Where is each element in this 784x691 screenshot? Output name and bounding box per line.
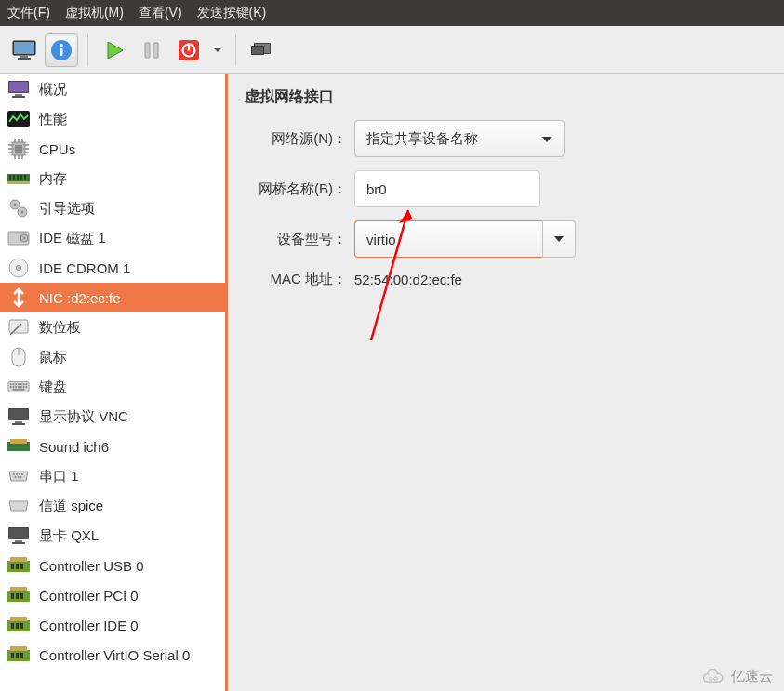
sidebar-item-label: Controller VirtIO Serial 0: [39, 647, 190, 663]
sidebar-item-video[interactable]: 显卡 QXL: [0, 521, 225, 551]
svg-rect-86: [15, 540, 22, 542]
sidebar-item-serial[interactable]: 串口 1: [0, 461, 225, 491]
mac-address-label: MAC 地址：: [245, 271, 347, 288]
sidebar-item-memory[interactable]: 内存: [0, 164, 225, 193]
sidebar-item-cpus[interactable]: CPUs: [0, 134, 225, 164]
sidebar-item-performance[interactable]: 性能: [0, 104, 225, 134]
mac-address-value: 52:54:00:d2:ec:fe: [354, 272, 462, 287]
sidebar-item-label: 显示协议 VNC: [39, 408, 128, 426]
keyboard-icon: [7, 377, 30, 397]
svg-point-80: [21, 473, 23, 475]
sidebar-item-disk1[interactable]: IDE 磁盘 1: [0, 223, 225, 253]
sidebar-item-label: Sound ich6: [39, 439, 109, 455]
main-panel: 虚拟网络接口 网络源(N)： 指定共享设备名称 网桥名称(B)： 设备型号： v…: [228, 74, 784, 691]
svg-rect-58: [15, 383, 17, 385]
svg-rect-18: [15, 94, 22, 96]
sidebar-item-boot[interactable]: 引导选项: [0, 193, 225, 223]
details-button[interactable]: [45, 33, 78, 67]
poweroff-button[interactable]: [172, 33, 206, 67]
sidebar-item-tablet[interactable]: 数位板: [0, 312, 225, 342]
bridge-name-input[interactable]: [354, 170, 540, 207]
sidebar-item-ctrl-pci[interactable]: Controller PCI 0: [0, 580, 225, 610]
svg-rect-105: [11, 653, 14, 658]
sidebar-item-label: 键盘: [39, 379, 67, 396]
memory-icon: [7, 168, 30, 189]
fullscreen-button[interactable]: [246, 33, 279, 67]
watermark: 亿速云: [701, 668, 773, 685]
sidebar-item-nic[interactable]: NIC :d2:ec:fe: [0, 283, 225, 312]
device-model-label: 设备型号：: [245, 231, 347, 248]
poweroff-menu-arrow[interactable]: [209, 46, 226, 55]
menu-view[interactable]: 查看(V): [139, 5, 182, 21]
toolbar: [0, 26, 784, 74]
network-source-combo[interactable]: 指定共享设备名称: [354, 120, 565, 157]
svg-point-82: [18, 476, 20, 478]
svg-rect-17: [9, 82, 28, 92]
svg-point-79: [19, 473, 20, 475]
disk-icon: [7, 228, 30, 248]
svg-point-45: [21, 211, 24, 214]
tablet-icon: [7, 317, 30, 338]
sidebar-item-channel[interactable]: 信道 spice: [0, 491, 225, 521]
svg-rect-100: [11, 623, 14, 629]
svg-rect-76: [10, 439, 27, 444]
svg-rect-56: [10, 383, 12, 385]
svg-rect-97: [20, 593, 23, 599]
sidebar-item-overview[interactable]: 概况: [0, 74, 225, 104]
svg-rect-89: [10, 557, 27, 562]
svg-rect-96: [16, 593, 19, 599]
sidebar-item-ctrl-ide[interactable]: Controller IDE 0: [0, 610, 225, 640]
sidebar-item-label: 引导选项: [39, 200, 95, 218]
sidebar-item-label: Controller IDE 0: [39, 618, 139, 633]
sidebar-item-ctrl-usb[interactable]: Controller USB 0: [0, 551, 225, 580]
sidebar-item-sound[interactable]: Sound ich6: [0, 432, 225, 461]
sidebar-item-label: Controller USB 0: [39, 558, 144, 574]
svg-rect-40: [24, 175, 26, 180]
svg-rect-68: [23, 386, 25, 388]
console-button[interactable]: [7, 33, 41, 67]
svg-rect-41: [7, 181, 30, 184]
svg-point-78: [16, 473, 18, 475]
controller-icon: [7, 644, 30, 665]
svg-rect-102: [20, 623, 23, 629]
menu-vm[interactable]: 虚拟机(M): [65, 5, 124, 21]
sidebar-item-keyboard[interactable]: 键盘: [0, 372, 225, 402]
svg-rect-2: [20, 56, 28, 58]
run-button[interactable]: [98, 33, 131, 67]
svg-rect-106: [16, 653, 19, 658]
pause-button[interactable]: [135, 33, 168, 67]
device-model-dropdown-button[interactable]: [542, 220, 576, 258]
svg-point-111: [714, 677, 717, 680]
svg-rect-60: [20, 383, 22, 385]
sidebar-item-cdrom1[interactable]: IDE CDROM 1: [0, 253, 225, 283]
svg-point-81: [15, 476, 17, 478]
svg-rect-5: [60, 48, 63, 56]
svg-rect-37: [13, 175, 15, 180]
svg-rect-8: [153, 43, 158, 58]
sidebar-item-label: 性能: [39, 111, 67, 128]
sidebar-item-display[interactable]: 显示协议 VNC: [0, 402, 225, 432]
svg-rect-94: [10, 587, 27, 591]
device-model-combo[interactable]: virtio: [354, 220, 576, 258]
menubar: 文件(F) 虚拟机(M) 查看(V) 发送按键(K): [0, 0, 784, 26]
sound-icon: [7, 436, 30, 457]
svg-point-6: [60, 43, 63, 47]
svg-rect-87: [12, 542, 25, 544]
section-title: 虚拟网络接口: [245, 87, 767, 107]
svg-rect-59: [18, 383, 20, 385]
gears-icon: [7, 198, 30, 219]
svg-rect-99: [10, 617, 27, 621]
svg-rect-104: [10, 646, 27, 651]
svg-rect-65: [15, 386, 17, 388]
svg-rect-61: [23, 383, 25, 385]
svg-rect-72: [9, 409, 28, 419]
bridge-name-label: 网桥名称(B)：: [245, 180, 347, 198]
sidebar-item-ctrl-virtio[interactable]: Controller VirtIO Serial 0: [0, 640, 225, 670]
menu-sendkey[interactable]: 发送按键(K): [197, 5, 267, 21]
menu-file[interactable]: 文件(F): [7, 5, 50, 21]
svg-rect-11: [188, 43, 190, 50]
sidebar-item-mouse[interactable]: 鼠标: [0, 342, 225, 372]
svg-rect-107: [20, 653, 23, 658]
sidebar-item-label: 信道 spice: [39, 498, 103, 515]
svg-rect-74: [12, 423, 25, 425]
